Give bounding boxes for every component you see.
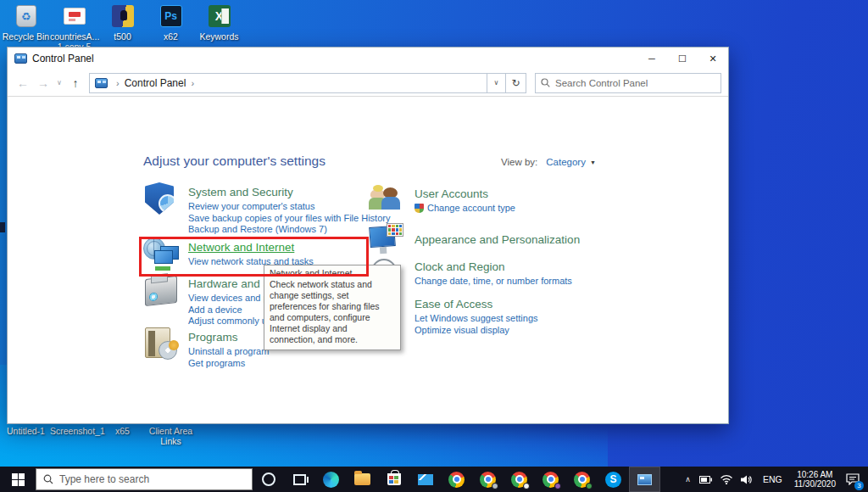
desktop-icon-recycle-bin[interactable]: ♻ Recycle Bin bbox=[2, 3, 50, 52]
category-title-link[interactable]: Appearance and Personalization bbox=[415, 233, 580, 246]
view-by-value[interactable]: Category bbox=[546, 157, 586, 167]
desktop-icon-label: Screenshot_1 bbox=[50, 426, 98, 436]
task-link[interactable]: Change account type bbox=[415, 203, 515, 215]
close-button[interactable]: ✕ bbox=[698, 48, 728, 70]
action-center-button[interactable]: 3 bbox=[842, 467, 868, 492]
desktop-icon-t500[interactable]: t500 bbox=[98, 3, 147, 52]
system-security-icon[interactable] bbox=[143, 181, 179, 216]
desktop-icon-countries-file[interactable]: countriesA... 1 copy 5 bbox=[50, 3, 98, 52]
address-bar[interactable]: › Control Panel › bbox=[89, 73, 487, 93]
programs-icon[interactable] bbox=[143, 326, 179, 361]
task-link[interactable]: Let Windows suggest settings bbox=[415, 313, 538, 325]
minimize-button[interactable]: ─ bbox=[637, 48, 667, 70]
chrome-icon bbox=[448, 472, 465, 488]
task-link[interactable]: Uninstall a program bbox=[188, 346, 269, 358]
control-panel-taskbar-button[interactable] bbox=[629, 467, 660, 492]
category-system-security: System and Security Review your computer… bbox=[143, 181, 390, 236]
chevron-down-icon[interactable]: ▼ bbox=[590, 159, 596, 165]
chrome-button-1[interactable] bbox=[441, 467, 472, 492]
breadcrumb-separator-icon[interactable]: › bbox=[191, 78, 194, 88]
taskbar: S ∧ ENG 10:26 AM 11/30/2020 3 bbox=[0, 467, 868, 492]
partial-desktop-icon bbox=[0, 222, 5, 232]
chrome-button-4[interactable] bbox=[535, 467, 566, 492]
desktop-icon-keywords[interactable]: X Keywords bbox=[195, 3, 243, 52]
desktop-icon-label: x65 bbox=[115, 426, 130, 436]
up-button[interactable]: ↑ bbox=[65, 76, 86, 90]
task-link[interactable]: Get programs bbox=[188, 358, 269, 370]
titlebar[interactable]: Control Panel ─ ☐ ✕ bbox=[8, 48, 728, 70]
forward-button[interactable]: → bbox=[33, 76, 53, 90]
control-panel-icon bbox=[14, 53, 27, 64]
mail-button[interactable] bbox=[409, 467, 441, 492]
desktop: ♻ Recycle Bin countriesA... 1 copy 5 t50… bbox=[0, 0, 868, 492]
address-dropdown-button[interactable]: ∨ bbox=[487, 73, 506, 93]
breadcrumb[interactable]: Control Panel bbox=[125, 77, 186, 89]
desktop-icon-label: x62 bbox=[164, 31, 178, 42]
maximize-button[interactable]: ☐ bbox=[667, 48, 698, 70]
category-title-link[interactable]: Ease of Access bbox=[415, 298, 492, 310]
task-link[interactable]: Review your computer's status bbox=[188, 201, 390, 213]
chrome-button-3[interactable] bbox=[504, 467, 535, 492]
taskbar-search-box[interactable] bbox=[36, 468, 253, 490]
annotation-highlight-box bbox=[139, 237, 369, 277]
recent-locations-dropdown[interactable]: ∨ bbox=[53, 79, 65, 87]
photoshop-file-icon: Ps bbox=[160, 5, 182, 27]
windows-logo-icon bbox=[12, 473, 25, 486]
desktop-icon-label: Untitled-1 bbox=[7, 426, 45, 436]
control-panel-icon bbox=[637, 474, 652, 485]
desktop-icon-x62[interactable]: Ps x62 bbox=[147, 3, 195, 52]
task-link[interactable]: Optimize visual display bbox=[415, 325, 538, 337]
category-title-link[interactable]: System and Security bbox=[188, 186, 293, 198]
category-title-link[interactable]: Clock and Region bbox=[415, 260, 505, 273]
desktop-icon-client-area-links[interactable]: Client Area Links bbox=[147, 426, 195, 446]
window-controls: ─ ☐ ✕ bbox=[637, 48, 728, 70]
control-panel-home: Adjust your computer's settings View by:… bbox=[8, 98, 728, 423]
view-by-label: View by: bbox=[501, 157, 537, 167]
task-link[interactable]: Save backup copies of your files with Fi… bbox=[188, 213, 390, 225]
mail-icon bbox=[418, 474, 433, 485]
hardware-sound-icon[interactable] bbox=[143, 272, 179, 308]
tray-overflow-chevron[interactable]: ∧ bbox=[681, 467, 695, 492]
chrome-button-2[interactable] bbox=[472, 467, 504, 492]
desktop-icon-screenshot1[interactable]: Screenshot_1 bbox=[50, 426, 98, 446]
profile-badge bbox=[554, 483, 561, 489]
battery-icon[interactable] bbox=[695, 467, 716, 492]
skype-button[interactable]: S bbox=[598, 467, 629, 492]
task-link[interactable]: Backup and Restore (Windows 7) bbox=[188, 224, 390, 236]
date: 11/30/2020 bbox=[794, 479, 836, 489]
desktop-icon-label: Client Area Links bbox=[147, 426, 195, 446]
task-link[interactable]: Change date, time, or number formats bbox=[415, 276, 572, 288]
category-title-link[interactable]: Programs bbox=[188, 331, 238, 344]
task-view-icon bbox=[293, 474, 306, 485]
notification-badge: 3 bbox=[854, 481, 864, 490]
store-icon bbox=[387, 473, 401, 485]
appearance-personalization-icon[interactable] bbox=[370, 223, 405, 259]
profile-badge bbox=[586, 483, 593, 489]
taskbar-clock[interactable]: 10:26 AM 11/30/2020 bbox=[788, 470, 842, 489]
desktop-icons-top: ♻ Recycle Bin countriesA... 1 copy 5 t50… bbox=[2, 3, 243, 52]
wifi-icon[interactable] bbox=[716, 467, 737, 492]
category-title-link[interactable]: User Accounts bbox=[415, 187, 488, 200]
category-user-accounts: User Accounts Change account type bbox=[370, 182, 515, 218]
search-input[interactable] bbox=[555, 78, 715, 88]
user-accounts-icon[interactable] bbox=[370, 182, 405, 218]
navigation-toolbar: ← → ∨ ↑ › Control Panel › ∨ ↻ bbox=[8, 70, 728, 97]
start-button[interactable] bbox=[0, 467, 36, 492]
taskbar-search-input[interactable] bbox=[59, 473, 245, 485]
language-indicator[interactable]: ENG bbox=[757, 474, 788, 484]
file-explorer-button[interactable] bbox=[347, 467, 378, 492]
back-button[interactable]: ← bbox=[13, 76, 33, 90]
view-by-control: View by: Category ▼ bbox=[501, 157, 596, 167]
desktop-icon-x65[interactable]: x65 bbox=[98, 426, 147, 446]
microsoft-store-button[interactable] bbox=[378, 467, 409, 492]
recycle-bin-glyph: ♻ bbox=[16, 5, 36, 27]
edge-button[interactable] bbox=[315, 467, 347, 492]
skype-icon: S bbox=[605, 472, 621, 488]
task-view-button[interactable] bbox=[284, 467, 315, 492]
refresh-button[interactable]: ↻ bbox=[506, 73, 526, 93]
cortana-button[interactable] bbox=[253, 467, 284, 492]
volume-icon[interactable] bbox=[737, 467, 757, 492]
search-box[interactable] bbox=[535, 73, 721, 93]
desktop-icon-untitled1[interactable]: Untitled-1 bbox=[2, 426, 50, 446]
chrome-button-5[interactable] bbox=[566, 467, 598, 492]
